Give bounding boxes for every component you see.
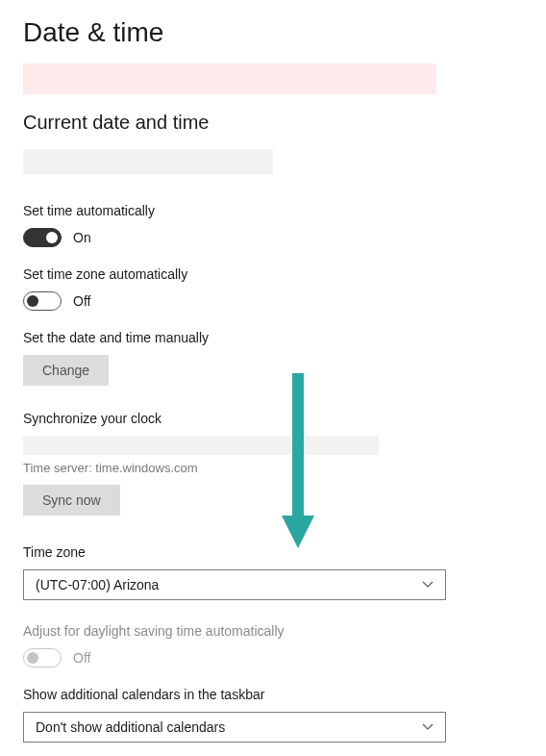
timezone-selected: (UTC-07:00) Arizona — [36, 577, 159, 592]
auto-zone-label: Set time zone automatically — [23, 266, 523, 282]
dst-state: Off — [73, 650, 90, 666]
redacted-sync-info — [23, 436, 379, 455]
time-server-text: Time server: time.windows.com — [23, 461, 523, 475]
redacted-banner — [23, 63, 436, 94]
auto-time-toggle[interactable] — [23, 228, 62, 247]
calendars-selected: Don't show additional calendars — [36, 719, 225, 735]
chevron-down-icon — [422, 723, 434, 731]
auto-time-label: Set time automatically — [23, 203, 523, 218]
dst-toggle — [23, 648, 62, 668]
auto-zone-toggle[interactable] — [23, 291, 62, 311]
svg-marker-1 — [282, 516, 314, 548]
auto-time-state: On — [73, 230, 91, 245]
dst-label: Adjust for daylight saving time automati… — [23, 623, 523, 639]
sync-label: Synchronize your clock — [23, 411, 523, 426]
timezone-select[interactable]: (UTC-07:00) Arizona — [23, 569, 446, 600]
current-date-time-header: Current date and time — [23, 112, 523, 134]
manual-label: Set the date and time manually — [23, 330, 523, 345]
calendars-select[interactable]: Don't show additional calendars — [23, 712, 446, 743]
chevron-down-icon — [422, 581, 434, 589]
redacted-datetime — [23, 149, 273, 174]
sync-now-button[interactable]: Sync now — [23, 485, 120, 516]
timezone-label: Time zone — [23, 544, 523, 560]
page-title: Date & time — [23, 17, 523, 48]
change-button[interactable]: Change — [23, 355, 109, 386]
auto-zone-state: Off — [73, 293, 90, 309]
calendars-label: Show additional calendars in the taskbar — [23, 687, 523, 702]
